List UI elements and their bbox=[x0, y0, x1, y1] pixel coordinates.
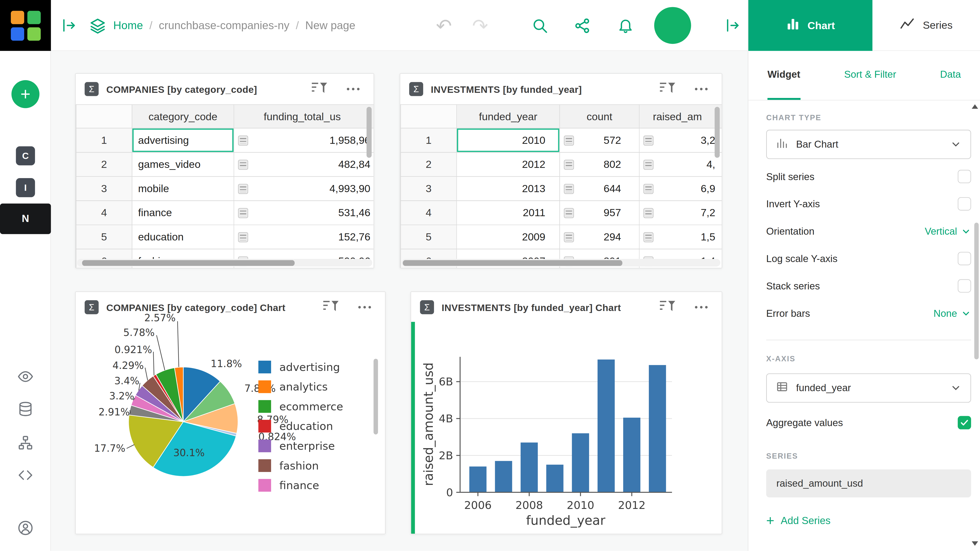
table-cell[interactable]: 3,2 bbox=[639, 128, 722, 152]
filter-icon[interactable] bbox=[659, 300, 676, 315]
table-cell[interactable]: 482,84 bbox=[234, 152, 374, 176]
breadcrumb-project[interactable]: crunchbase-companies-ny bbox=[159, 19, 290, 32]
row-number-cell[interactable]: 3 bbox=[76, 176, 132, 201]
column-header[interactable]: funding_total_us bbox=[234, 105, 374, 128]
tab-series[interactable]: Series bbox=[872, 0, 980, 51]
more-menu-icon[interactable] bbox=[695, 306, 708, 308]
breadcrumb-home[interactable]: Home bbox=[113, 19, 143, 32]
subtab-data[interactable]: Data bbox=[940, 51, 961, 100]
invert-y-axis-checkbox[interactable] bbox=[958, 197, 971, 211]
table-cell[interactable]: finance bbox=[132, 200, 234, 225]
tab-chart[interactable]: Chart bbox=[748, 0, 872, 51]
table-cell[interactable]: 1,958,96 bbox=[234, 128, 374, 152]
sidebar-item-c[interactable]: C bbox=[16, 146, 35, 165]
aggregate-values-checkbox[interactable] bbox=[958, 416, 971, 429]
orientation-dropdown[interactable]: Vertical bbox=[925, 225, 971, 237]
row-number-cell[interactable]: 4 bbox=[401, 200, 457, 225]
filter-icon[interactable] bbox=[659, 81, 676, 97]
row-number-cell[interactable]: 1 bbox=[76, 128, 132, 152]
widget-header: Σ COMPANIES [by category_code] bbox=[76, 74, 374, 104]
column-header[interactable] bbox=[76, 105, 132, 128]
table-cell[interactable]: 2009 bbox=[457, 225, 560, 249]
column-header[interactable]: count bbox=[560, 105, 639, 128]
table-cell[interactable]: 6,9 bbox=[639, 176, 722, 201]
panel-scrollbar[interactable] bbox=[974, 222, 978, 359]
row-number-cell[interactable]: 5 bbox=[401, 225, 457, 249]
subtab-widget[interactable]: Widget bbox=[767, 51, 800, 100]
table-cell[interactable]: advertising bbox=[132, 128, 234, 152]
filter-icon[interactable] bbox=[323, 300, 339, 315]
vertical-scrollbar[interactable] bbox=[715, 107, 720, 158]
redo-icon[interactable]: ↷ bbox=[472, 0, 488, 51]
log-scale-checkbox[interactable] bbox=[958, 252, 971, 265]
table-cell[interactable]: 957 bbox=[560, 200, 639, 225]
add-series-button[interactable]: + Add Series bbox=[766, 514, 971, 528]
row-number-cell[interactable]: 2 bbox=[76, 152, 132, 176]
vertical-scrollbar[interactable] bbox=[374, 359, 378, 434]
app-logo[interactable] bbox=[0, 0, 51, 51]
chart-type-select[interactable]: Bar Chart bbox=[766, 130, 971, 159]
notifications-bell-icon[interactable] bbox=[617, 0, 634, 51]
row-number-cell[interactable]: 3 bbox=[401, 176, 457, 201]
column-header[interactable]: category_code bbox=[132, 105, 234, 128]
table-cell[interactable]: education bbox=[132, 225, 234, 249]
more-menu-icon[interactable] bbox=[347, 88, 360, 90]
table-cell[interactable]: mobile bbox=[132, 176, 234, 201]
table-cell[interactable]: 7,2 bbox=[639, 200, 722, 225]
row-number-cell[interactable]: 2 bbox=[401, 152, 457, 176]
avatar[interactable] bbox=[654, 0, 691, 51]
more-menu-icon[interactable] bbox=[695, 88, 708, 90]
split-series-checkbox[interactable] bbox=[958, 170, 971, 183]
scroll-down-arrow[interactable] bbox=[972, 541, 978, 546]
table-cell[interactable]: 2011 bbox=[457, 200, 560, 225]
table-cell[interactable]: 4,993,90 bbox=[234, 176, 374, 201]
widget-title: COMPANIES [by category_code] bbox=[106, 84, 304, 95]
table-cell[interactable]: 4, bbox=[639, 152, 722, 176]
table-cell[interactable]: games_video bbox=[132, 152, 234, 176]
table-cell[interactable]: 802 bbox=[560, 152, 639, 176]
layers-icon[interactable] bbox=[89, 0, 106, 51]
stack-series-checkbox[interactable] bbox=[958, 279, 971, 292]
pie-percent-label: 2.57% bbox=[144, 312, 176, 324]
table-cell[interactable]: 644 bbox=[560, 176, 639, 201]
horizontal-scrollbar[interactable] bbox=[402, 259, 720, 267]
collapse-sidebar-icon[interactable] bbox=[60, 0, 77, 51]
error-bars-dropdown[interactable]: None bbox=[934, 308, 971, 319]
data-table[interactable]: category_codefunding_total_us1advertisin… bbox=[76, 105, 374, 268]
undo-icon[interactable]: ↶ bbox=[436, 0, 452, 51]
database-icon[interactable] bbox=[17, 401, 33, 417]
horizontal-scrollbar[interactable] bbox=[77, 259, 372, 267]
scroll-up-arrow[interactable] bbox=[972, 105, 978, 109]
row-number-cell[interactable]: 4 bbox=[76, 200, 132, 225]
workflow-icon[interactable] bbox=[17, 434, 33, 451]
table-cell[interactable]: 2013 bbox=[457, 176, 560, 201]
table-cell[interactable]: 2010 bbox=[457, 128, 560, 152]
user-circle-icon[interactable] bbox=[17, 519, 33, 536]
add-button[interactable]: + bbox=[11, 80, 40, 108]
search-icon[interactable] bbox=[531, 0, 549, 51]
series-field[interactable]: raised_amount_usd bbox=[766, 470, 971, 497]
table-cell[interactable]: 2012 bbox=[457, 152, 560, 176]
subtab-sort-filter[interactable]: Sort & Filter bbox=[844, 51, 896, 100]
table-cell[interactable]: 1,5 bbox=[639, 225, 722, 249]
table-cell[interactable]: 152,76 bbox=[234, 225, 374, 249]
column-header[interactable] bbox=[401, 105, 457, 128]
table-cell[interactable]: 572 bbox=[560, 128, 639, 152]
column-header[interactable]: raised_am bbox=[639, 105, 722, 128]
table-cell[interactable]: 294 bbox=[560, 225, 639, 249]
row-number-cell[interactable]: 5 bbox=[76, 225, 132, 249]
collapse-panel-icon[interactable] bbox=[724, 0, 741, 51]
share-icon[interactable] bbox=[574, 0, 591, 51]
vertical-scrollbar[interactable] bbox=[367, 107, 372, 158]
column-header[interactable]: funded_year bbox=[457, 105, 560, 128]
x-axis-select[interactable]: funded_year bbox=[766, 373, 971, 403]
data-table[interactable]: funded_yearcountraised_am120105723,22201… bbox=[400, 105, 722, 268]
eye-icon[interactable] bbox=[17, 368, 33, 385]
code-icon[interactable] bbox=[17, 467, 33, 483]
table-cell[interactable]: 531,46 bbox=[234, 200, 374, 225]
filter-icon[interactable] bbox=[311, 81, 328, 97]
sidebar-item-n-active[interactable]: N bbox=[0, 203, 51, 234]
sidebar-item-i[interactable]: I bbox=[16, 178, 35, 197]
more-menu-icon[interactable] bbox=[358, 306, 371, 308]
row-number-cell[interactable]: 1 bbox=[401, 128, 457, 152]
